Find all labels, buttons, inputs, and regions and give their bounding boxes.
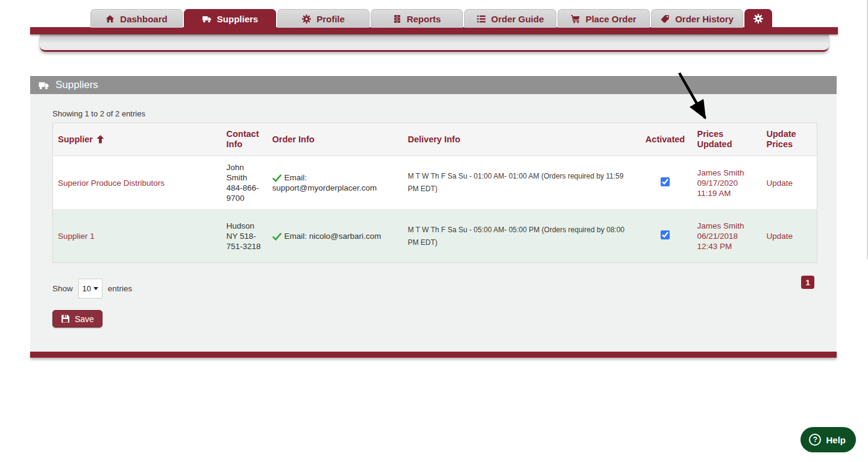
- delivery-info-cell: M T W Th F Sa Su - 05:00 AM- 05:00 PM (O…: [408, 224, 634, 249]
- tab-label: Order History: [675, 14, 734, 24]
- tab-place-order[interactable]: Place Order: [558, 9, 650, 28]
- suppliers-section-header: Suppliers: [30, 76, 837, 94]
- save-icon: [61, 314, 70, 323]
- contact-info-cell: Hudson NY 518-751-3218: [222, 210, 268, 263]
- home-icon: [105, 14, 115, 24]
- col-header-supplier[interactable]: Supplier: [53, 123, 222, 156]
- col-header-activated[interactable]: Activated: [638, 123, 693, 156]
- tab-label: Reports: [407, 14, 441, 24]
- question-circle-icon: ?: [809, 434, 821, 446]
- order-info-cell: Email: nicolo@sarbari.com: [268, 210, 403, 263]
- update-prices-link[interactable]: Update: [767, 179, 793, 188]
- activated-checkbox[interactable]: [661, 177, 670, 186]
- tab-label: Order Guide: [491, 14, 544, 24]
- cart-icon: [571, 14, 580, 24]
- prices-updated-link[interactable]: James Smith 09/17/2020 11:19 AM: [697, 168, 744, 198]
- col-header-delivery[interactable]: Delivery Info: [403, 123, 638, 156]
- supplier-link[interactable]: Supplier 1: [58, 232, 95, 241]
- contact-info-cell: John Smith 484-866-9700: [222, 156, 268, 210]
- check-icon: [272, 233, 281, 241]
- section-title: Suppliers: [55, 79, 98, 91]
- activated-checkbox[interactable]: [661, 230, 670, 239]
- tab-profile[interactable]: Profile: [277, 9, 370, 28]
- delivery-info-cell: M T W Th F Sa Su - 01:00 AM- 01:00 AM (O…: [408, 170, 634, 195]
- update-prices-link[interactable]: Update: [767, 232, 793, 241]
- tab-order-history[interactable]: Order History: [651, 9, 743, 28]
- tag-icon: [661, 14, 670, 24]
- tab-label: Dashboard: [120, 14, 167, 24]
- gear-icon: [302, 14, 311, 24]
- table-row: Supplier 1 Hudson NY 518-751-3218 Email:…: [53, 210, 817, 263]
- save-button[interactable]: Save: [52, 310, 102, 328]
- card-bottom-bar: [30, 352, 837, 358]
- suppliers-card: Suppliers Showing 1 to 2 of 2 entries Su…: [30, 76, 837, 358]
- order-info-cell: Email: support@myorderplacer.com: [268, 156, 403, 210]
- sort-ascending-icon: [96, 135, 104, 144]
- chevron-down-icon: [93, 287, 98, 290]
- prices-updated-link[interactable]: James Smith 06/21/2018 12:43 PM: [697, 221, 744, 251]
- cabinet-icon: [393, 14, 401, 24]
- col-header-order[interactable]: Order Info: [268, 123, 403, 156]
- col-header-contact[interactable]: Contact Info: [222, 123, 268, 156]
- entries-label: entries: [108, 284, 133, 293]
- scrolled-panel-edge: [40, 34, 829, 52]
- suppliers-table: Supplier Contact Info Order Info Deliver…: [52, 122, 817, 263]
- page-length-control: Show 10 entries: [52, 279, 132, 299]
- tab-label: Place Order: [585, 14, 636, 24]
- table-header-row: Supplier Contact Info Order Info Deliver…: [53, 123, 817, 156]
- help-label: Help: [826, 435, 846, 445]
- gear-icon: [753, 14, 763, 24]
- header-maroon-bar: [30, 27, 838, 34]
- tab-dashboard[interactable]: Dashboard: [90, 9, 183, 28]
- col-header-update-prices[interactable]: Update Prices: [762, 123, 817, 156]
- main-tab-bar: Dashboard Suppliers Profile Reports Orde…: [90, 9, 772, 28]
- tab-settings[interactable]: [744, 9, 772, 28]
- truck-icon: [202, 14, 212, 24]
- tab-order-guide[interactable]: Order Guide: [464, 9, 556, 28]
- truck-icon: [38, 80, 49, 90]
- show-label: Show: [52, 284, 73, 293]
- tab-label: Suppliers: [217, 14, 258, 24]
- table-row: Superior Produce Distributors John Smith…: [53, 156, 817, 210]
- tab-label: Profile: [316, 14, 345, 24]
- suppliers-card-body: Showing 1 to 2 of 2 entries Supplier Con…: [30, 94, 837, 352]
- tab-reports[interactable]: Reports: [371, 9, 463, 28]
- check-icon: [272, 174, 281, 182]
- col-header-prices-updated[interactable]: Prices Updated: [693, 123, 762, 156]
- pagination-page-1-button[interactable]: 1: [801, 276, 814, 289]
- list-icon: [477, 14, 486, 24]
- tab-suppliers[interactable]: Suppliers: [184, 9, 276, 28]
- supplier-link[interactable]: Superior Produce Distributors: [58, 179, 165, 188]
- showing-entries-text: Showing 1 to 2 of 2 entries: [52, 109, 145, 118]
- entries-select[interactable]: 10: [78, 279, 102, 299]
- help-button[interactable]: ? Help: [800, 427, 856, 452]
